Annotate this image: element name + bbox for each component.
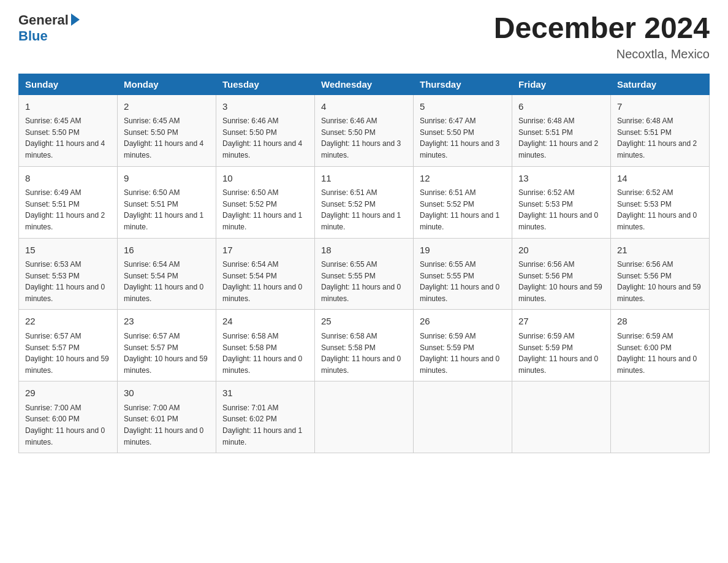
day-info: Sunrise: 6:46 AMSunset: 5:50 PMDaylight:… [321,115,407,161]
day-info: Sunrise: 6:45 AMSunset: 5:50 PMDaylight:… [124,115,210,161]
day-info: Sunrise: 6:51 AMSunset: 5:52 PMDaylight:… [420,187,506,232]
calendar-cell: 15Sunrise: 6:53 AMSunset: 5:53 PMDayligh… [19,238,118,310]
calendar-cell [414,381,512,453]
day-info: Sunrise: 6:55 AMSunset: 5:55 PMDaylight:… [420,259,506,304]
day-info: Sunrise: 7:00 AMSunset: 6:00 PMDaylight:… [25,402,111,448]
day-info: Sunrise: 6:52 AMSunset: 5:53 PMDaylight:… [617,187,703,232]
day-number: 25 [321,315,407,329]
day-number: 31 [222,386,308,400]
calendar-cell: 22Sunrise: 6:57 AMSunset: 5:57 PMDayligh… [19,310,118,381]
day-number: 23 [124,315,210,329]
day-info: Sunrise: 6:50 AMSunset: 5:51 PMDaylight:… [124,187,210,232]
day-info: Sunrise: 6:58 AMSunset: 5:58 PMDaylight:… [321,331,407,376]
calendar-cell: 11Sunrise: 6:51 AMSunset: 5:52 PMDayligh… [315,166,414,238]
col-header-tuesday: Tuesday [216,74,315,94]
day-info: Sunrise: 6:59 AMSunset: 5:59 PMDaylight:… [420,331,506,376]
calendar-cell: 7Sunrise: 6:48 AMSunset: 5:51 PMDaylight… [611,94,710,166]
calendar-table: SundayMondayTuesdayWednesdayThursdayFrid… [18,74,710,453]
logo-text-general: General [18,12,69,28]
calendar-cell: 14Sunrise: 6:52 AMSunset: 5:53 PMDayligh… [611,166,710,238]
day-info: Sunrise: 6:47 AMSunset: 5:50 PMDaylight:… [420,115,506,161]
header-row: SundayMondayTuesdayWednesdayThursdayFrid… [19,74,710,94]
day-number: 1 [25,100,111,114]
col-header-sunday: Sunday [19,74,118,94]
day-number: 14 [617,172,703,186]
week-row-3: 15Sunrise: 6:53 AMSunset: 5:53 PMDayligh… [19,238,710,310]
day-number: 17 [222,243,308,258]
calendar-cell: 29Sunrise: 7:00 AMSunset: 6:00 PMDayligh… [19,381,118,453]
day-number: 18 [321,243,407,258]
day-info: Sunrise: 6:59 AMSunset: 6:00 PMDaylight:… [617,331,703,376]
day-number: 11 [321,172,407,186]
day-info: Sunrise: 6:46 AMSunset: 5:50 PMDaylight:… [222,115,308,161]
week-row-1: 1Sunrise: 6:45 AMSunset: 5:50 PMDaylight… [19,94,710,166]
calendar-cell: 3Sunrise: 6:46 AMSunset: 5:50 PMDaylight… [216,94,315,166]
calendar-cell: 23Sunrise: 6:57 AMSunset: 5:57 PMDayligh… [118,310,216,381]
day-info: Sunrise: 6:54 AMSunset: 5:54 PMDaylight:… [222,259,308,304]
day-info: Sunrise: 6:49 AMSunset: 5:51 PMDaylight:… [25,187,111,232]
calendar-cell: 19Sunrise: 6:55 AMSunset: 5:55 PMDayligh… [414,238,512,310]
calendar-cell: 4Sunrise: 6:46 AMSunset: 5:50 PMDaylight… [315,94,414,166]
calendar-cell: 10Sunrise: 6:50 AMSunset: 5:52 PMDayligh… [216,166,315,238]
day-info: Sunrise: 7:00 AMSunset: 6:01 PMDaylight:… [124,402,210,448]
calendar-cell [611,381,710,453]
day-number: 13 [518,172,604,186]
day-info: Sunrise: 6:52 AMSunset: 5:53 PMDaylight:… [518,187,604,232]
day-number: 21 [617,243,703,258]
day-info: Sunrise: 6:57 AMSunset: 5:57 PMDaylight:… [25,331,111,376]
logo-arrow-icon [71,13,80,26]
calendar-cell: 8Sunrise: 6:49 AMSunset: 5:51 PMDaylight… [19,166,118,238]
day-number: 19 [420,243,506,258]
calendar-cell: 24Sunrise: 6:58 AMSunset: 5:58 PMDayligh… [216,310,315,381]
day-number: 4 [321,100,407,114]
day-number: 20 [518,243,604,258]
day-info: Sunrise: 6:55 AMSunset: 5:55 PMDaylight:… [321,259,407,304]
day-number: 24 [222,315,308,329]
day-number: 2 [124,100,210,114]
calendar-cell: 2Sunrise: 6:45 AMSunset: 5:50 PMDaylight… [118,94,216,166]
location: Necoxtla, Mexico [494,47,710,61]
day-number: 28 [617,315,703,329]
day-number: 22 [25,315,111,329]
day-info: Sunrise: 6:53 AMSunset: 5:53 PMDaylight:… [25,259,111,304]
col-header-wednesday: Wednesday [315,74,414,94]
day-info: Sunrise: 6:56 AMSunset: 5:56 PMDaylight:… [518,259,604,304]
day-number: 7 [617,100,703,114]
calendar-cell: 5Sunrise: 6:47 AMSunset: 5:50 PMDaylight… [414,94,512,166]
day-number: 29 [25,386,111,400]
day-info: Sunrise: 6:57 AMSunset: 5:57 PMDaylight:… [124,331,210,376]
day-info: Sunrise: 6:50 AMSunset: 5:52 PMDaylight:… [222,187,308,232]
day-number: 6 [518,100,604,114]
week-row-2: 8Sunrise: 6:49 AMSunset: 5:51 PMDaylight… [19,166,710,238]
day-number: 9 [124,172,210,186]
day-info: Sunrise: 6:51 AMSunset: 5:52 PMDaylight:… [321,187,407,232]
logo-text-blue: Blue [18,28,48,44]
week-row-4: 22Sunrise: 6:57 AMSunset: 5:57 PMDayligh… [19,310,710,381]
day-number: 5 [420,100,506,114]
logo: General Blue [18,12,80,44]
calendar-cell: 9Sunrise: 6:50 AMSunset: 5:51 PMDaylight… [118,166,216,238]
calendar-cell: 1Sunrise: 6:45 AMSunset: 5:50 PMDaylight… [19,94,118,166]
month-title: December 2024 [494,12,710,45]
day-info: Sunrise: 6:58 AMSunset: 5:58 PMDaylight:… [222,331,308,376]
calendar-cell: 31Sunrise: 7:01 AMSunset: 6:02 PMDayligh… [216,381,315,453]
calendar-cell: 17Sunrise: 6:54 AMSunset: 5:54 PMDayligh… [216,238,315,310]
calendar-cell: 12Sunrise: 6:51 AMSunset: 5:52 PMDayligh… [414,166,512,238]
day-info: Sunrise: 6:59 AMSunset: 5:59 PMDaylight:… [518,331,604,376]
day-number: 3 [222,100,308,114]
calendar-cell: 27Sunrise: 6:59 AMSunset: 5:59 PMDayligh… [512,310,611,381]
week-row-5: 29Sunrise: 7:00 AMSunset: 6:00 PMDayligh… [19,381,710,453]
day-number: 10 [222,172,308,186]
calendar-cell: 6Sunrise: 6:48 AMSunset: 5:51 PMDaylight… [512,94,611,166]
day-info: Sunrise: 6:54 AMSunset: 5:54 PMDaylight:… [124,259,210,304]
col-header-thursday: Thursday [414,74,512,94]
day-number: 26 [420,315,506,329]
calendar-cell: 20Sunrise: 6:56 AMSunset: 5:56 PMDayligh… [512,238,611,310]
col-header-monday: Monday [118,74,216,94]
calendar-cell [315,381,414,453]
day-info: Sunrise: 6:56 AMSunset: 5:56 PMDaylight:… [617,259,703,304]
page-header: General Blue December 2024 Necoxtla, Mex… [18,12,710,61]
day-info: Sunrise: 7:01 AMSunset: 6:02 PMDaylight:… [222,402,308,448]
calendar-cell [512,381,611,453]
calendar-cell: 16Sunrise: 6:54 AMSunset: 5:54 PMDayligh… [118,238,216,310]
